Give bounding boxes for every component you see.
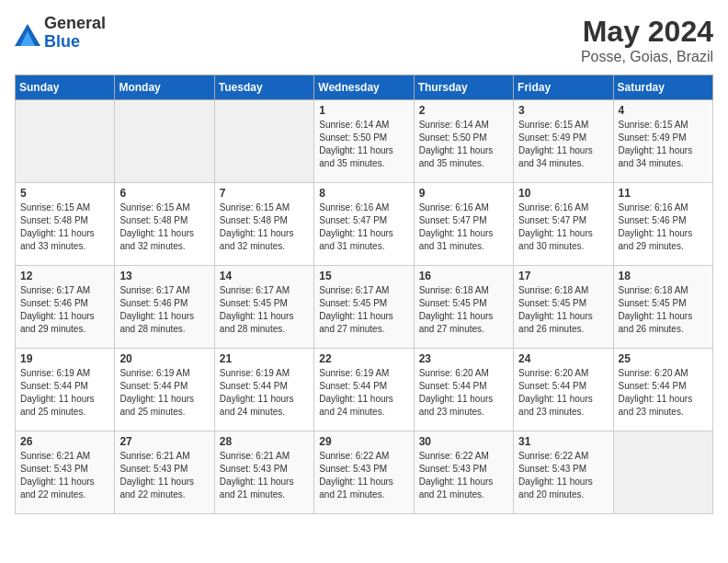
day-cell: 7Sunrise: 6:15 AMSunset: 5:48 PMDaylight… [214, 183, 313, 266]
header-wednesday: Wednesday [314, 75, 414, 100]
day-cell: 16Sunrise: 6:18 AMSunset: 5:45 PMDayligh… [414, 266, 513, 349]
day-info: Sunrise: 6:21 AMSunset: 5:43 PMDaylight:… [220, 450, 309, 501]
day-number: 7 [220, 187, 309, 200]
day-number: 13 [119, 270, 209, 282]
logo: General Blue [15, 15, 106, 52]
day-info: Sunrise: 6:20 AMSunset: 5:44 PMDaylight:… [419, 367, 508, 419]
day-info: Sunrise: 6:16 AMSunset: 5:47 PMDaylight:… [518, 201, 608, 253]
day-info: Sunrise: 6:15 AMSunset: 5:48 PMDaylight:… [20, 201, 109, 253]
logo-general: General [44, 15, 106, 33]
day-cell: 8Sunrise: 6:16 AMSunset: 5:47 PMDaylight… [314, 183, 414, 266]
calendar-table: SundayMondayTuesdayWednesdayThursdayFrid… [15, 75, 713, 514]
day-number: 19 [20, 352, 109, 365]
day-cell: 6Sunrise: 6:15 AMSunset: 5:48 PMDaylight… [115, 183, 214, 266]
day-cell: 2Sunrise: 6:14 AMSunset: 5:50 PMDaylight… [414, 100, 513, 183]
day-info: Sunrise: 6:18 AMSunset: 5:45 PMDaylight:… [518, 284, 608, 336]
day-number: 28 [220, 435, 309, 448]
day-number: 8 [319, 187, 408, 200]
day-info: Sunrise: 6:19 AMSunset: 5:44 PMDaylight:… [119, 367, 209, 419]
day-info: Sunrise: 6:17 AMSunset: 5:46 PMDaylight:… [20, 284, 109, 336]
header-thursday: Thursday [414, 75, 513, 100]
day-info: Sunrise: 6:17 AMSunset: 5:45 PMDaylight:… [319, 284, 408, 336]
day-cell: 1Sunrise: 6:14 AMSunset: 5:50 PMDaylight… [314, 100, 414, 183]
day-cell: 14Sunrise: 6:17 AMSunset: 5:45 PMDayligh… [214, 266, 313, 349]
day-number: 20 [119, 352, 209, 365]
day-number: 23 [419, 352, 508, 365]
day-number: 11 [619, 187, 708, 200]
day-info: Sunrise: 6:15 AMSunset: 5:49 PMDaylight:… [518, 119, 608, 170]
day-cell [214, 100, 313, 183]
day-cell: 29Sunrise: 6:22 AMSunset: 5:43 PMDayligh… [314, 431, 414, 514]
day-cell: 11Sunrise: 6:16 AMSunset: 5:46 PMDayligh… [613, 183, 712, 266]
day-info: Sunrise: 6:19 AMSunset: 5:44 PMDaylight:… [319, 367, 408, 419]
day-number: 3 [518, 104, 608, 117]
day-cell: 20Sunrise: 6:19 AMSunset: 5:44 PMDayligh… [115, 349, 214, 431]
day-number: 12 [20, 270, 109, 282]
day-number: 5 [20, 187, 109, 200]
page-header: General Blue May 2024 Posse, Goias, Braz… [15, 15, 713, 65]
day-number: 17 [518, 270, 608, 282]
day-cell: 15Sunrise: 6:17 AMSunset: 5:45 PMDayligh… [314, 266, 414, 349]
day-info: Sunrise: 6:22 AMSunset: 5:43 PMDaylight:… [319, 450, 408, 501]
day-info: Sunrise: 6:16 AMSunset: 5:47 PMDaylight:… [419, 201, 508, 253]
day-number: 18 [619, 270, 708, 282]
day-info: Sunrise: 6:16 AMSunset: 5:46 PMDaylight:… [619, 201, 708, 253]
calendar-body: 1Sunrise: 6:14 AMSunset: 5:50 PMDaylight… [16, 100, 713, 514]
logo-text: General Blue [44, 15, 106, 52]
day-cell: 23Sunrise: 6:20 AMSunset: 5:44 PMDayligh… [414, 349, 513, 431]
day-cell [16, 100, 115, 183]
day-cell: 19Sunrise: 6:19 AMSunset: 5:44 PMDayligh… [16, 349, 115, 431]
week-row-3: 19Sunrise: 6:19 AMSunset: 5:44 PMDayligh… [16, 349, 713, 431]
day-number: 1 [319, 104, 408, 117]
day-info: Sunrise: 6:19 AMSunset: 5:44 PMDaylight:… [20, 367, 109, 419]
day-number: 30 [419, 435, 508, 448]
day-number: 25 [619, 352, 708, 365]
header-monday: Monday [115, 75, 214, 100]
day-cell [613, 431, 712, 514]
day-cell: 9Sunrise: 6:16 AMSunset: 5:47 PMDaylight… [414, 183, 513, 266]
day-info: Sunrise: 6:17 AMSunset: 5:45 PMDaylight:… [220, 284, 309, 336]
day-info: Sunrise: 6:21 AMSunset: 5:43 PMDaylight:… [119, 450, 209, 501]
header-row: SundayMondayTuesdayWednesdayThursdayFrid… [16, 75, 713, 100]
day-cell: 4Sunrise: 6:15 AMSunset: 5:49 PMDaylight… [613, 100, 712, 183]
day-number: 24 [518, 352, 608, 365]
day-cell: 28Sunrise: 6:21 AMSunset: 5:43 PMDayligh… [214, 431, 313, 514]
month-title: May 2024 [581, 15, 713, 49]
day-info: Sunrise: 6:14 AMSunset: 5:50 PMDaylight:… [419, 119, 508, 170]
week-row-0: 1Sunrise: 6:14 AMSunset: 5:50 PMDaylight… [16, 100, 713, 183]
day-cell: 5Sunrise: 6:15 AMSunset: 5:48 PMDaylight… [16, 183, 115, 266]
day-cell: 27Sunrise: 6:21 AMSunset: 5:43 PMDayligh… [115, 431, 214, 514]
day-info: Sunrise: 6:18 AMSunset: 5:45 PMDaylight:… [419, 284, 508, 336]
day-cell: 25Sunrise: 6:20 AMSunset: 5:44 PMDayligh… [613, 349, 712, 431]
logo-blue: Blue [44, 33, 106, 52]
day-cell: 17Sunrise: 6:18 AMSunset: 5:45 PMDayligh… [514, 266, 613, 349]
day-info: Sunrise: 6:21 AMSunset: 5:43 PMDaylight:… [20, 450, 109, 501]
day-number: 4 [619, 104, 708, 117]
day-info: Sunrise: 6:16 AMSunset: 5:47 PMDaylight:… [319, 201, 408, 253]
day-number: 6 [119, 187, 209, 200]
day-number: 9 [419, 187, 508, 200]
day-number: 10 [518, 187, 608, 200]
day-cell: 21Sunrise: 6:19 AMSunset: 5:44 PMDayligh… [214, 349, 313, 431]
day-info: Sunrise: 6:14 AMSunset: 5:50 PMDaylight:… [319, 119, 408, 170]
day-info: Sunrise: 6:22 AMSunset: 5:43 PMDaylight:… [518, 450, 608, 501]
header-friday: Friday [514, 75, 613, 100]
header-saturday: Saturday [613, 75, 712, 100]
day-info: Sunrise: 6:18 AMSunset: 5:45 PMDaylight:… [619, 284, 708, 336]
day-cell: 18Sunrise: 6:18 AMSunset: 5:45 PMDayligh… [613, 266, 712, 349]
day-number: 27 [119, 435, 209, 448]
day-number: 14 [220, 270, 309, 282]
day-cell: 30Sunrise: 6:22 AMSunset: 5:43 PMDayligh… [414, 431, 513, 514]
header-sunday: Sunday [16, 75, 115, 100]
day-cell: 12Sunrise: 6:17 AMSunset: 5:46 PMDayligh… [16, 266, 115, 349]
day-cell: 3Sunrise: 6:15 AMSunset: 5:49 PMDaylight… [514, 100, 613, 183]
day-info: Sunrise: 6:15 AMSunset: 5:48 PMDaylight:… [220, 201, 309, 253]
day-info: Sunrise: 6:20 AMSunset: 5:44 PMDaylight:… [518, 367, 608, 419]
day-number: 31 [518, 435, 608, 448]
day-number: 22 [319, 352, 408, 365]
day-cell: 10Sunrise: 6:16 AMSunset: 5:47 PMDayligh… [514, 183, 613, 266]
day-number: 16 [419, 270, 508, 282]
title-block: May 2024 Posse, Goias, Brazil [581, 15, 713, 65]
day-cell: 31Sunrise: 6:22 AMSunset: 5:43 PMDayligh… [514, 431, 613, 514]
day-info: Sunrise: 6:15 AMSunset: 5:48 PMDaylight:… [119, 201, 209, 253]
